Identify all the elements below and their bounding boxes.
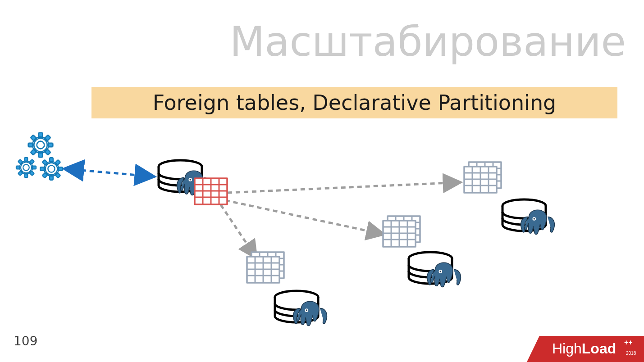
shard3-table-icon <box>464 162 501 193</box>
shard2-table-icon <box>383 216 420 247</box>
architecture-diagram <box>0 0 644 362</box>
app-gears-icon <box>12 127 67 185</box>
page-number: 109 <box>14 334 37 348</box>
edge-app-master <box>65 169 153 176</box>
shard1-db-icon <box>275 291 327 326</box>
edge-master-shard2 <box>225 200 383 234</box>
logo-part-b: Load <box>582 340 616 357</box>
shard3-db-icon <box>502 199 554 234</box>
logo-suffix: ++ <box>624 339 633 346</box>
edge-master-shard3 <box>228 182 460 193</box>
logo-part-a: High <box>552 340 582 357</box>
logo-year: 2018 <box>626 351 636 356</box>
highload-logo: HighLoad ++ 2018 <box>527 333 644 362</box>
edge-master-shard1 <box>221 205 256 258</box>
shard1-table-icon <box>247 252 284 283</box>
foreign-table-icon <box>195 178 227 204</box>
svg-text:HighLoad: HighLoad <box>552 340 616 357</box>
shard2-db-icon <box>409 252 461 287</box>
slide-stage: Масштабирование Foreign tables, Declarat… <box>0 0 644 362</box>
